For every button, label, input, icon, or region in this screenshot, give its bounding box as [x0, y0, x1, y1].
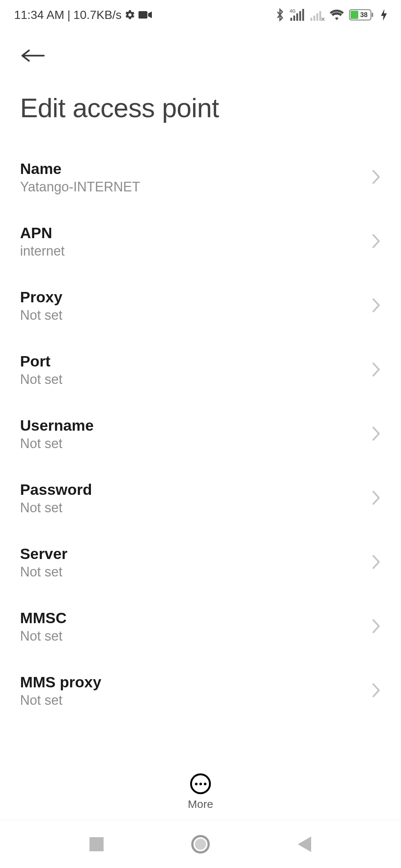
- list-item-text: Proxy Not set: [20, 289, 62, 323]
- chevron-right-icon: [371, 362, 381, 379]
- back-button[interactable]: [20, 41, 50, 70]
- svg-rect-4: [296, 13, 298, 21]
- list-item-title: Proxy: [20, 289, 62, 306]
- list-item-title: Server: [20, 545, 68, 563]
- list-item-value: Not set: [20, 372, 62, 387]
- svg-rect-12: [351, 11, 358, 19]
- svg-rect-5: [299, 11, 301, 21]
- list-item-value: Not set: [20, 693, 101, 708]
- svg-rect-7: [310, 18, 312, 21]
- list-item-title: Name: [20, 160, 140, 178]
- chevron-right-icon: [371, 426, 381, 443]
- svg-rect-2: [290, 18, 292, 21]
- nav-back-button[interactable]: [290, 829, 319, 859]
- list-item-title: MMSC: [20, 609, 66, 627]
- list-item-text: Name Yatango-INTERNET: [20, 160, 140, 195]
- chevron-right-icon: [371, 683, 381, 700]
- status-time: 11:34 AM: [14, 8, 64, 22]
- list-item-value: Not set: [20, 308, 62, 323]
- svg-rect-8: [313, 16, 315, 21]
- svg-rect-15: [89, 837, 104, 851]
- gear-icon: [124, 9, 136, 20]
- list-item-username[interactable]: Username Not set: [0, 402, 401, 466]
- status-speed: 10.7KB/s: [74, 8, 122, 22]
- nav-recent-button[interactable]: [82, 829, 111, 859]
- battery-icon: 38: [349, 9, 376, 21]
- triangle-left-icon: [298, 836, 311, 852]
- camera-icon: [138, 10, 152, 19]
- list-item-title: Password: [20, 481, 92, 499]
- fadeout: [0, 749, 401, 764]
- header: [0, 30, 401, 70]
- list-item-mmsc[interactable]: MMSC Not set: [0, 595, 401, 659]
- chevron-right-icon: [371, 554, 381, 571]
- list-item-port[interactable]: Port Not set: [0, 338, 401, 402]
- bluetooth-icon: [276, 8, 284, 22]
- list-item-server[interactable]: Server Not set: [0, 530, 401, 595]
- list-item-password[interactable]: Password Not set: [0, 466, 401, 530]
- list-item-value: Not set: [20, 436, 94, 451]
- signal-4g-icon: 4G: [290, 9, 304, 21]
- list-item-text: Password Not set: [20, 481, 92, 516]
- list-item-proxy[interactable]: Proxy Not set: [0, 274, 401, 338]
- list-item-title: APN: [20, 224, 65, 242]
- list-item-apn[interactable]: APN internet: [0, 210, 401, 274]
- wifi-icon: [330, 9, 344, 20]
- chevron-right-icon: [371, 297, 381, 315]
- status-right: 4G 38: [276, 8, 387, 22]
- list-item-title: Port: [20, 353, 62, 370]
- list-item-value: Not set: [20, 500, 92, 516]
- list-item-value: Not set: [20, 564, 68, 580]
- chevron-right-icon: [371, 618, 381, 635]
- svg-point-17: [195, 839, 206, 850]
- arrow-left-icon: [20, 48, 46, 63]
- svg-text:38: 38: [360, 11, 368, 19]
- svg-rect-0: [138, 11, 147, 19]
- signal-no-sim-icon: [310, 9, 325, 21]
- list-item-text: APN internet: [20, 224, 65, 259]
- more-label: More: [188, 798, 213, 811]
- svg-text:4G: 4G: [290, 9, 296, 14]
- list-item-name[interactable]: Name Yatango-INTERNET: [0, 145, 401, 210]
- list-item-title: Username: [20, 417, 94, 434]
- page-title: Edit access point: [20, 93, 381, 123]
- svg-rect-6: [302, 9, 304, 21]
- charging-icon: [381, 9, 387, 21]
- list-item-text: Username Not set: [20, 417, 94, 451]
- more-icon: [190, 773, 211, 794]
- navigation-bar: [0, 820, 401, 868]
- list-item-text: Port Not set: [20, 353, 62, 387]
- svg-rect-9: [316, 13, 318, 21]
- svg-rect-10: [319, 11, 321, 21]
- list-item-value: Not set: [20, 628, 66, 644]
- chevron-right-icon: [371, 233, 381, 250]
- list-item-value: Yatango-INTERNET: [20, 179, 140, 195]
- list-item-title: MMS proxy: [20, 674, 101, 691]
- settings-list: Name Yatango-INTERNET APN internet Proxy…: [0, 145, 401, 723]
- chevron-right-icon: [371, 490, 381, 507]
- list-item-value: internet: [20, 243, 65, 259]
- list-item-text: MMSC Not set: [20, 609, 66, 644]
- nav-home-button[interactable]: [186, 829, 215, 859]
- list-item-text: Server Not set: [20, 545, 68, 580]
- chevron-right-icon: [371, 169, 381, 186]
- svg-rect-3: [293, 16, 295, 21]
- status-separator: |: [67, 8, 70, 22]
- square-icon: [89, 837, 104, 851]
- status-left: 11:34 AM | 10.7KB/s: [14, 8, 152, 22]
- svg-rect-13: [372, 13, 373, 17]
- circle-icon: [191, 835, 210, 854]
- list-item-mms-proxy[interactable]: MMS proxy Not set: [0, 659, 401, 723]
- more-button[interactable]: More: [0, 762, 401, 811]
- status-bar: 11:34 AM | 10.7KB/s 4G: [0, 0, 401, 30]
- list-item-text: MMS proxy Not set: [20, 674, 101, 708]
